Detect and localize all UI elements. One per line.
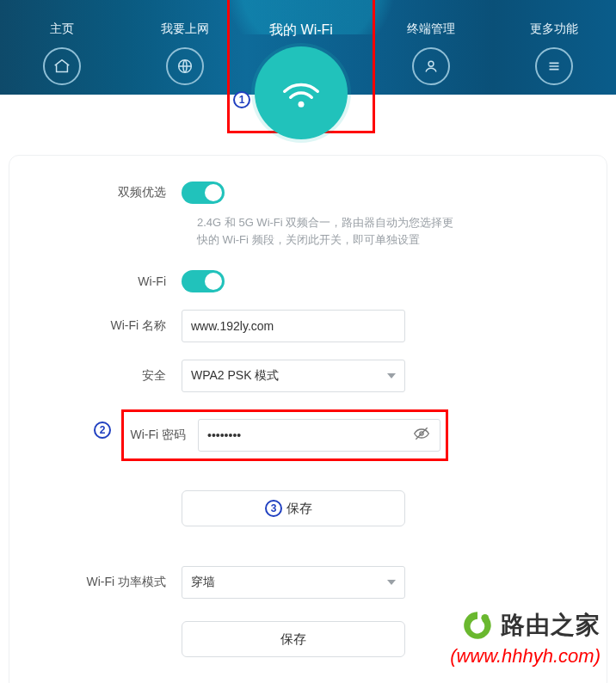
wifi-password-input[interactable] bbox=[198, 419, 440, 452]
nav-clients-label: 终端管理 bbox=[407, 22, 455, 37]
power-mode-label: Wi-Fi 功率模式 bbox=[27, 575, 182, 590]
row-wifi-enable: Wi-Fi bbox=[27, 270, 589, 292]
dualband-toggle[interactable] bbox=[182, 182, 225, 204]
wifi-icon bbox=[277, 69, 325, 117]
save-button-2[interactable]: 保存 bbox=[182, 621, 405, 657]
row-wifi-password-highlight: Wi-Fi 密码 bbox=[121, 409, 448, 461]
save-button-2-label: 保存 bbox=[280, 631, 306, 648]
watermark-brand: 路由之家 (www.hhhyh.com) bbox=[450, 607, 601, 668]
nav-clients[interactable]: 终端管理 bbox=[392, 22, 470, 85]
nav-home-label: 主页 bbox=[50, 22, 74, 37]
brand-logo-icon bbox=[459, 607, 496, 643]
nav-more[interactable]: 更多功能 bbox=[515, 22, 593, 85]
user-icon bbox=[412, 47, 450, 85]
settings-card: 双频优选 2.4G 和 5G Wi-Fi 双频合一，路由器自动为您选择更快的 W… bbox=[9, 155, 607, 683]
security-select[interactable]: WPA2 PSK 模式 bbox=[182, 360, 405, 392]
wifi-name-input[interactable] bbox=[182, 310, 405, 342]
eye-off-icon[interactable] bbox=[413, 425, 430, 446]
dualband-label: 双频优选 bbox=[27, 185, 182, 200]
row-security: 安全 WPA2 PSK 模式 bbox=[27, 360, 589, 392]
brand-name: 路由之家 bbox=[501, 609, 601, 642]
nav-wifi-label: 我的 Wi-Fi bbox=[230, 0, 373, 40]
dualband-hint: 2.4G 和 5G Wi-Fi 双频合一，路由器自动为您选择更快的 Wi-Fi … bbox=[197, 214, 455, 248]
svg-point-4 bbox=[481, 614, 489, 622]
row-dualband: 双频优选 bbox=[27, 182, 589, 204]
annotation-badge-3: 3 bbox=[265, 500, 282, 517]
power-mode-select[interactable]: 穿墙 bbox=[182, 566, 405, 599]
row-power-mode: Wi-Fi 功率模式 穿墙 bbox=[27, 566, 589, 599]
power-mode-value: 穿墙 bbox=[191, 575, 215, 590]
security-label: 安全 bbox=[27, 368, 182, 384]
wifi-enable-toggle[interactable] bbox=[182, 270, 225, 292]
brand-url: (www.hhhyh.com) bbox=[450, 645, 601, 668]
svg-point-2 bbox=[299, 102, 305, 108]
top-nav-bar: 主页 我要上网 终端管理 更多功能 我的 Wi-Fi bbox=[0, 0, 616, 95]
menu-icon bbox=[535, 47, 573, 85]
wifi-enable-label: Wi-Fi bbox=[27, 274, 182, 288]
annotation-badge-1: 1 bbox=[233, 91, 250, 108]
home-icon bbox=[43, 47, 81, 85]
nav-internet-label: 我要上网 bbox=[161, 22, 209, 37]
nav-home[interactable]: 主页 bbox=[23, 22, 101, 85]
security-value: WPA2 PSK 模式 bbox=[191, 368, 279, 384]
globe-icon bbox=[166, 47, 204, 85]
nav-wifi[interactable] bbox=[255, 46, 348, 139]
nav-internet[interactable]: 我要上网 bbox=[146, 22, 224, 85]
svg-point-1 bbox=[428, 61, 434, 66]
nav-wifi-highlight: 我的 Wi-Fi 1 bbox=[227, 0, 375, 133]
annotation-badge-2: 2 bbox=[94, 421, 111, 439]
wifi-password-label: Wi-Fi 密码 bbox=[129, 428, 198, 443]
row-wifi-name: Wi-Fi 名称 bbox=[27, 310, 589, 342]
chevron-down-icon bbox=[387, 580, 396, 585]
nav-more-label: 更多功能 bbox=[530, 22, 578, 37]
wifi-name-label: Wi-Fi 名称 bbox=[27, 318, 182, 334]
save-button-1[interactable]: 3 保存 bbox=[182, 490, 405, 526]
chevron-down-icon bbox=[387, 373, 396, 378]
save-button-1-label: 保存 bbox=[286, 501, 312, 517]
